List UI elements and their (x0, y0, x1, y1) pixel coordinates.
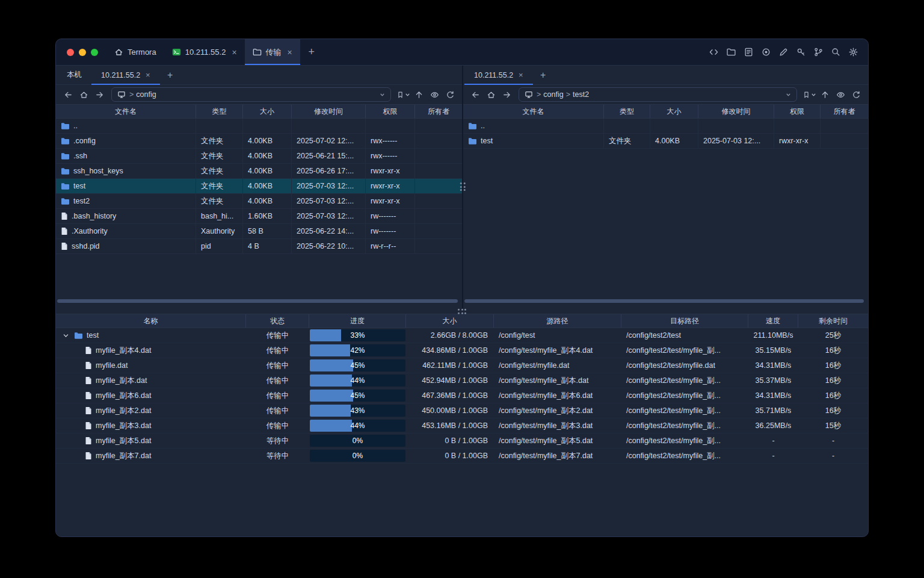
breadcrumb-item[interactable]: config (136, 90, 156, 99)
code-icon[interactable] (706, 45, 721, 60)
column-header[interactable]: 文件名 (463, 105, 604, 118)
zoom-window-button[interactable] (91, 49, 98, 56)
back-button[interactable] (61, 87, 75, 102)
key-icon[interactable] (793, 45, 808, 60)
transfer-row-myfile_副本5.dat[interactable]: myfile_副本5.dat等待中0%0 B / 1.00GB/config/t… (56, 434, 868, 449)
forward-button[interactable] (92, 87, 106, 102)
minimize-window-button[interactable] (79, 49, 86, 56)
file-row-..[interactable]: .. (463, 119, 868, 134)
new-tab-button[interactable]: + (300, 39, 323, 65)
chevron-down-icon[interactable] (786, 92, 791, 98)
transfer-row-myfile_副本7.dat[interactable]: myfile_副本7.dat等待中0%0 B / 1.00GB/config/t… (56, 449, 868, 464)
new-panel-tab-button[interactable]: + (160, 66, 180, 84)
log-icon[interactable] (741, 45, 756, 60)
transfer-name: myfile_副本3.dat (96, 421, 151, 431)
file-perm (366, 119, 415, 133)
column-header[interactable]: 大小 (650, 105, 698, 118)
transfer-row-myfile_副本3.dat[interactable]: myfile_副本3.dat传输中44%453.16MB / 1.00GB/co… (56, 418, 868, 434)
column-header[interactable]: 速度 (748, 314, 798, 328)
chevron-down-icon[interactable] (61, 332, 70, 339)
folder-icon[interactable] (723, 45, 739, 60)
breadcrumb-item[interactable]: config (543, 90, 563, 99)
transfer-eta: 16秒 (798, 403, 868, 418)
breadcrumb-item[interactable]: test2 (573, 90, 589, 99)
column-header[interactable]: 所有者 (415, 105, 462, 118)
panel-tab-10.211.55.2[interactable]: 10.211.55.2× (91, 66, 160, 84)
file-row-..[interactable]: .. (56, 119, 462, 134)
transfer-row-myfile.dat[interactable]: myfile.dat传输中45%462.11MB / 1.00GB/config… (56, 358, 868, 373)
column-header[interactable]: 文件名 (56, 105, 196, 118)
new-panel-tab-button[interactable]: + (533, 66, 553, 84)
column-header[interactable]: 修改时间 (292, 105, 366, 118)
edit-icon[interactable] (775, 45, 791, 60)
transfer-name: myfile_副本4.dat (96, 346, 151, 356)
tab-host-10-211-55-2[interactable]: 10.211.55.2 × (164, 39, 245, 65)
up-directory-button[interactable] (411, 87, 426, 102)
column-header[interactable]: 所有者 (821, 105, 868, 118)
forward-button[interactable] (499, 87, 514, 102)
panel-tab-10.211.55.2[interactable]: 10.211.55.2× (464, 66, 533, 84)
branch-icon[interactable] (810, 45, 826, 60)
column-header[interactable]: 源路径 (494, 314, 621, 328)
transfer-row-myfile_副本.dat[interactable]: myfile_副本.dat传输中44%452.94MB / 1.00GB/con… (56, 373, 868, 388)
transfer-name: myfile_副本5.dat (96, 436, 151, 446)
file-row-.Xauthority[interactable]: .XauthorityXauthority58 B2025-06-22 14:.… (56, 224, 462, 239)
column-header[interactable]: 名称 (56, 314, 246, 328)
transfer-row-test[interactable]: test传输中33%2.66GB / 8.00GB/config/test/co… (56, 328, 868, 343)
horizontal-scrollbar[interactable] (57, 299, 458, 303)
tab-transfer[interactable]: 传输 × (245, 39, 300, 65)
refresh-button[interactable] (849, 87, 863, 102)
column-header[interactable]: 大小 (243, 105, 292, 118)
folder-icon (61, 122, 70, 130)
settings-icon[interactable] (845, 45, 861, 60)
column-header[interactable]: 状态 (246, 314, 309, 328)
file-row-test[interactable]: test文件夹4.00KB2025-07-03 12:...rwxr-xr-x (56, 179, 462, 194)
column-header[interactable]: 权限 (774, 105, 821, 118)
column-header[interactable]: 剩余时间 (798, 314, 868, 328)
close-icon[interactable]: × (288, 48, 292, 57)
file-row-.config[interactable]: .config文件夹4.00KB2025-07-02 12:...rwx----… (56, 134, 462, 149)
file-row-test2[interactable]: test2文件夹4.00KB2025-07-03 12:...rwxr-xr-x (56, 194, 462, 209)
file-row-sshd.pid[interactable]: sshd.pidpid4 B2025-06-22 10:...rw-r--r-- (56, 239, 462, 254)
bookmark-button[interactable] (802, 87, 816, 102)
column-header[interactable]: 目标路径 (621, 314, 748, 328)
column-header[interactable]: 类型 (196, 105, 243, 118)
chevron-down-icon[interactable] (380, 92, 385, 98)
column-header[interactable]: 进度 (309, 314, 406, 328)
tab-termora[interactable]: Termora (106, 39, 164, 65)
file-icon (85, 421, 92, 430)
back-button[interactable] (468, 87, 482, 102)
transfers-splitter[interactable] (56, 309, 868, 314)
close-icon[interactable]: × (519, 71, 523, 79)
transfer-row-myfile_副本4.dat[interactable]: myfile_副本4.dat传输中42%434.86MB / 1.00GB/co… (56, 343, 868, 358)
close-icon[interactable]: × (146, 71, 150, 79)
file-row-.ssh[interactable]: .ssh文件夹4.00KB2025-06-21 15:...rwx------ (56, 149, 462, 164)
file-row-test[interactable]: test文件夹4.00KB2025-07-03 12:...rwxr-xr-x (463, 134, 868, 149)
horizontal-scrollbar[interactable] (464, 299, 864, 303)
column-header[interactable]: 类型 (604, 105, 650, 118)
show-hidden-button[interactable] (833, 87, 848, 102)
search-icon[interactable] (828, 45, 843, 60)
panel-tab-本机[interactable]: 本机 (57, 66, 91, 84)
column-header[interactable]: 大小 (406, 314, 494, 328)
file-perm (774, 119, 821, 133)
bookmark-button[interactable] (396, 87, 410, 102)
path-bar[interactable]: >config>test2 (519, 87, 797, 102)
close-icon[interactable]: × (232, 48, 236, 57)
home-button[interactable] (484, 87, 498, 102)
file-row-.bash_history[interactable]: .bash_historybash_hi...1.60KB2025-07-03 … (56, 209, 462, 224)
up-directory-button[interactable] (818, 87, 832, 102)
close-window-button[interactable] (67, 49, 74, 56)
transfer-row-myfile_副本6.dat[interactable]: myfile_副本6.dat传输中45%467.36MB / 1.00GB/co… (56, 388, 868, 403)
column-header[interactable]: 权限 (366, 105, 415, 118)
home-button[interactable] (76, 87, 91, 102)
transfer-row-myfile_副本2.dat[interactable]: myfile_副本2.dat传输中43%450.00MB / 1.00GB/co… (56, 403, 868, 418)
refresh-button[interactable] (443, 87, 457, 102)
path-bar[interactable]: >config (111, 87, 391, 102)
file-mtime: 2025-07-03 12:... (292, 209, 366, 223)
record-icon[interactable] (758, 45, 774, 60)
file-row-ssh_host_keys[interactable]: ssh_host_keys文件夹4.00KB2025-06-26 17:...r… (56, 164, 462, 179)
column-header[interactable]: 修改时间 (698, 105, 774, 118)
panel-tab-label: 10.211.55.2 (474, 71, 513, 79)
show-hidden-button[interactable] (427, 87, 442, 102)
